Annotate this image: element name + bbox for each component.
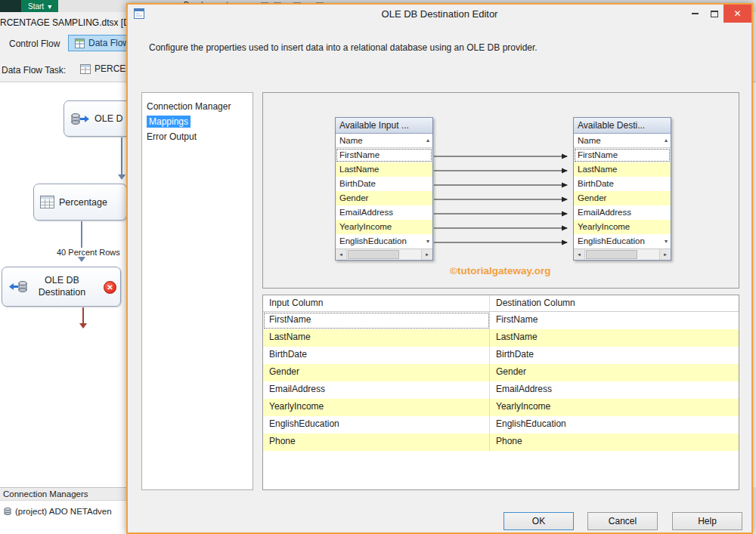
column-row[interactable]: EmailAddress xyxy=(574,205,671,220)
input-column-cell[interactable]: Phone xyxy=(263,434,490,451)
input-column-cell[interactable]: EmailAddress xyxy=(263,381,490,399)
grid-row[interactable]: YearlyIncome YearlyIncome xyxy=(263,399,739,416)
scroll-right-icon[interactable]: ▸ xyxy=(421,249,432,260)
data-flow-label: Data Flow xyxy=(88,38,129,48)
shape-label: Percentage xyxy=(59,197,107,208)
grid-row[interactable]: EmailAddress EmailAddress xyxy=(263,381,739,399)
column-header-label: Name xyxy=(339,134,363,147)
error-output-line[interactable] xyxy=(82,307,84,323)
column-header-label: Name xyxy=(578,134,601,147)
column-rows: FirstName LastName BirthDate Gender Emai… xyxy=(574,148,671,248)
column-name: BirthDate xyxy=(339,177,376,191)
destination-column-cell[interactable]: BirthDate xyxy=(490,347,739,364)
column-row[interactable]: LastName xyxy=(336,162,432,177)
destination-column-cell[interactable]: FirstName xyxy=(490,312,739,329)
destination-column-cell[interactable]: LastName xyxy=(490,329,739,347)
column-row[interactable]: FirstName xyxy=(574,148,671,162)
input-column-cell[interactable]: YearlyIncome xyxy=(263,399,490,416)
error-icon[interactable]: ✕ xyxy=(104,281,116,294)
scroll-left-icon[interactable]: ◂ xyxy=(574,249,585,260)
nav-connection-manager[interactable]: Connection Manager xyxy=(142,100,253,113)
column-name: EmailAddress xyxy=(339,205,393,220)
available-destination-columns-table[interactable]: Available Desti... Name ▴ FirstName Last… xyxy=(573,117,671,261)
mappings-grid: Input Column Destination Column FirstNam… xyxy=(262,295,739,490)
column-name: LastName xyxy=(578,162,617,177)
table-caption[interactable]: Available Input ... xyxy=(336,118,432,134)
destination-column-cell[interactable]: Phone xyxy=(490,434,739,451)
grid-row[interactable]: LastName LastName xyxy=(263,329,739,347)
column-row[interactable]: EnglishEducation ▾ xyxy=(336,234,432,248)
data-flow-icon xyxy=(75,39,85,48)
column-name: FirstName xyxy=(578,148,618,162)
scroll-up-icon[interactable]: ▴ xyxy=(665,134,668,147)
column-row[interactable]: EmailAddress xyxy=(336,205,432,220)
document-tab[interactable]: RCENTAGE SAMPLING.dtsx [Des xyxy=(0,17,126,28)
available-input-columns-table[interactable]: Available Input ... Name ▴ FirstName Las… xyxy=(335,117,433,261)
column-row[interactable]: YearlyIncome xyxy=(574,220,671,234)
minimize-button[interactable] xyxy=(686,5,705,23)
error-x-glyph: ✕ xyxy=(107,283,113,292)
grid-header-input-column: Input Column xyxy=(263,295,490,311)
column-row[interactable]: LastName xyxy=(574,162,671,177)
close-icon: ✕ xyxy=(733,8,741,19)
destination-column-cell[interactable]: Gender xyxy=(490,364,739,381)
nav-mappings[interactable]: Mappings xyxy=(142,115,253,128)
grid-row[interactable]: BirthDate BirthDate xyxy=(263,347,739,364)
dialog-title: OLE DB Destination Editor xyxy=(128,5,751,23)
grid-header-row: Input Column Destination Column xyxy=(263,295,739,312)
ok-button[interactable]: OK xyxy=(503,512,574,530)
destination-column-cell[interactable]: EmailAddress xyxy=(490,381,739,399)
scroll-down-icon[interactable]: ▾ xyxy=(426,234,429,248)
scroll-down-icon[interactable]: ▾ xyxy=(665,234,668,248)
connection-managers-header: Connection Managers xyxy=(0,487,126,501)
grid-icon xyxy=(40,196,54,208)
column-name: EmailAddress xyxy=(578,205,631,220)
mapping-canvas: Available Input ... Name ▴ FirstName Las… xyxy=(262,92,739,289)
column-row[interactable]: FirstName xyxy=(336,148,432,162)
input-column-cell[interactable]: BirthDate xyxy=(263,347,490,364)
scroll-right-icon[interactable]: ▸ xyxy=(659,249,671,260)
tab-control-flow[interactable]: Control Flow xyxy=(9,39,60,49)
caret-down-icon: ▾ xyxy=(48,2,51,11)
input-column-cell[interactable]: FirstName xyxy=(263,312,490,329)
ole-db-destination-editor-dialog: OLE DB Destination Editor ✕ Configure th… xyxy=(126,3,753,534)
start-button[interactable]: Start ▾ xyxy=(21,0,58,12)
cancel-button[interactable]: Cancel xyxy=(587,512,658,530)
grid-row[interactable]: Gender Gender xyxy=(263,364,739,381)
column-row[interactable]: YearlyIncome xyxy=(336,220,432,234)
table-caption[interactable]: Available Desti... xyxy=(574,118,671,134)
column-row[interactable]: Gender xyxy=(336,191,432,205)
scroll-up-icon[interactable]: ▴ xyxy=(426,134,429,147)
scroll-left-icon[interactable]: ◂ xyxy=(336,249,347,260)
destination-column-cell[interactable]: YearlyIncome xyxy=(490,399,739,416)
close-button[interactable]: ✕ xyxy=(723,5,751,23)
grid-row[interactable]: FirstName FirstName xyxy=(263,312,739,329)
help-button[interactable]: Help xyxy=(672,512,742,530)
connection-manager-item[interactable]: (project) ADO NETAdven xyxy=(3,507,112,516)
column-row[interactable]: EnglishEducation ▾ xyxy=(574,234,671,248)
nav-error-output[interactable]: Error Output xyxy=(142,130,253,144)
grid-row[interactable]: Phone Phone xyxy=(263,434,739,451)
nav-label: Error Output xyxy=(147,131,197,142)
dialog-titlebar[interactable]: OLE DB Destination Editor ✕ xyxy=(128,5,751,23)
maximize-button[interactable] xyxy=(705,5,723,23)
horizontal-scrollbar[interactable]: ◂ ▸ xyxy=(574,248,671,260)
connector-line[interactable] xyxy=(121,137,122,174)
input-column-cell[interactable]: Gender xyxy=(263,364,490,381)
document-tab-label: RCENTAGE SAMPLING.dtsx [Des xyxy=(0,17,126,28)
ole-db-destination-shape[interactable]: OLE DB Destination ✕ xyxy=(2,267,121,307)
input-column-cell[interactable]: LastName xyxy=(263,329,490,347)
percentage-sampling-shape[interactable]: Percentage xyxy=(33,184,127,221)
column-row[interactable]: Gender xyxy=(574,191,671,205)
scrollbar-thumb[interactable] xyxy=(348,250,399,259)
grid-row[interactable]: EnglishEducation EnglishEducation xyxy=(263,416,739,434)
screen: Start ▾ Development ▾ RCENTAGE SAMPLING.… xyxy=(0,0,756,534)
column-row[interactable]: BirthDate xyxy=(336,177,432,191)
scrollbar-thumb[interactable] xyxy=(586,250,637,259)
destination-column-cell[interactable]: EnglishEducation xyxy=(490,416,739,434)
column-row[interactable]: BirthDate xyxy=(574,177,671,191)
input-column-cell[interactable]: EnglishEducation xyxy=(263,416,490,434)
column-name: Gender xyxy=(578,191,606,205)
column-name: BirthDate xyxy=(578,177,614,191)
horizontal-scrollbar[interactable]: ◂ ▸ xyxy=(336,248,432,260)
